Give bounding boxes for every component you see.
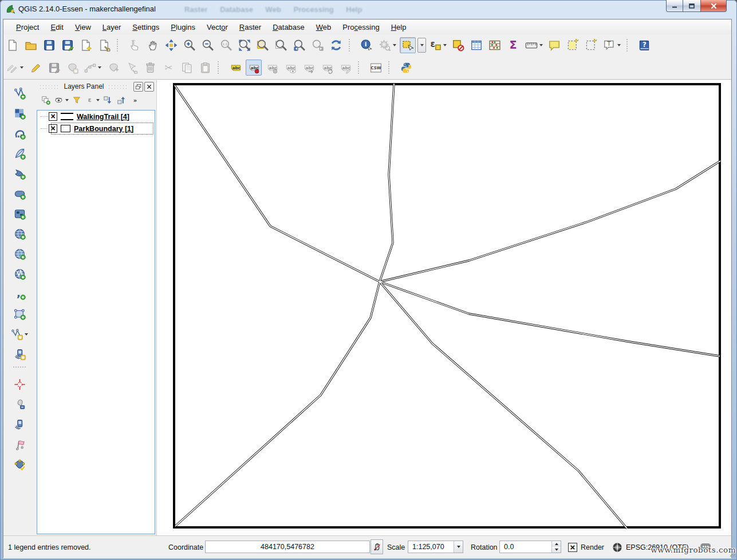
current-edits-dropdown-arrow[interactable] [20, 66, 23, 69]
zoom-out-button[interactable] [200, 37, 216, 53]
new-temporary-scratch-layer-dropdown-arrow[interactable] [25, 333, 28, 336]
map-canvas[interactable] [157, 80, 731, 535]
add-spatialite-layer-button[interactable] [11, 146, 27, 162]
menu-edit[interactable]: Edit [45, 21, 69, 33]
paste-features-button[interactable] [197, 60, 213, 76]
expand-all-button[interactable] [101, 94, 115, 107]
label-rotate-button[interactable]: abc [319, 60, 335, 76]
delete-selected-button[interactable] [142, 60, 158, 76]
zoom-in-button[interactable] [182, 37, 198, 53]
render-checkbox[interactable]: × [568, 536, 577, 558]
label-properties-button[interactable]: abc [337, 60, 353, 76]
zoom-to-selection-button[interactable] [255, 37, 271, 53]
cut-features-button[interactable]: ✂ [160, 60, 176, 76]
crs-status-button[interactable] [612, 536, 622, 558]
touch-zoom-button[interactable] [127, 37, 143, 53]
zoom-native-button[interactable]: 1:1 [218, 37, 234, 53]
menu-plugins[interactable]: Plugins [165, 21, 201, 33]
select-features-dropdown-button[interactable] [417, 38, 426, 53]
select-by-expression-button[interactable]: ε [427, 37, 448, 53]
label-show-hide-button[interactable]: abc [282, 60, 298, 76]
menu-vector[interactable]: Vector [201, 21, 234, 33]
text-annotation-button[interactable]: T [601, 37, 622, 53]
zoom-to-layer-button[interactable] [273, 37, 289, 53]
measure-button[interactable] [523, 37, 544, 53]
add-delimited-text-layer-button[interactable]: , [11, 286, 27, 302]
menu-layer[interactable]: Layer [97, 21, 127, 33]
scale-combobox[interactable]: 1:125,070 [408, 541, 463, 553]
mouse-extents-toggle-button[interactable] [371, 539, 383, 554]
save-project-button[interactable] [41, 37, 57, 53]
menu-database[interactable]: Database [267, 21, 310, 33]
current-edits-button[interactable] [5, 60, 25, 76]
new-project-button[interactable] [5, 37, 21, 53]
coordinate-capture-button[interactable] [11, 377, 27, 393]
select-features-button[interactable] [400, 37, 416, 53]
new-composer-button[interactable] [78, 37, 94, 53]
pan-to-selection-button[interactable] [163, 37, 179, 53]
copy-features-button[interactable] [179, 60, 195, 76]
collapse-all-button[interactable] [115, 94, 128, 107]
filter-expression-button[interactable]: ε [84, 94, 101, 107]
menu-settings[interactable]: Settings [127, 21, 165, 33]
menu-help[interactable]: Help [385, 21, 412, 33]
label-unpin-button[interactable]: abc [264, 60, 280, 76]
menu-project[interactable]: Project [10, 21, 45, 33]
scale-dropdown-button[interactable] [454, 541, 463, 553]
statistical-summary-button[interactable]: Σ [505, 37, 521, 53]
menu-processing[interactable]: Processing [337, 21, 385, 33]
add-feature-button[interactable] [64, 60, 80, 76]
run-feature-action-dropdown-arrow[interactable] [393, 44, 396, 46]
select-by-expression-dropdown-arrow[interactable] [443, 44, 447, 46]
layer-row-walkingtrail[interactable]: ×WalkingTrail [4] [37, 111, 155, 123]
geometry-checker-button[interactable] [11, 457, 27, 473]
new-bookmark-button[interactable] [565, 37, 581, 53]
filter-expression-dropdown-arrow[interactable] [96, 99, 100, 101]
composer-manager-button[interactable] [96, 37, 112, 53]
zoom-next-button[interactable] [310, 37, 326, 53]
deselect-all-button[interactable] [450, 37, 466, 53]
identify-features-button[interactable]: i [358, 37, 375, 53]
move-feature-button[interactable] [105, 60, 121, 76]
layer-label[interactable]: WalkingTrail [4] [77, 113, 129, 121]
show-bookmarks-button[interactable] [583, 37, 599, 53]
save-project-as-button[interactable] [60, 37, 76, 53]
panel-overflow-button[interactable]: » [128, 94, 142, 107]
new-gpx-layer-button[interactable] [11, 346, 27, 362]
label-pin-button[interactable]: abc [246, 60, 262, 76]
new-temporary-scratch-layer-button[interactable] [9, 326, 30, 342]
metasearch-csw-button[interactable]: CSW [368, 60, 384, 76]
labeling-options-button[interactable]: abc [227, 60, 243, 76]
toggle-editing-button[interactable] [27, 60, 44, 76]
rotation-spinbox[interactable]: 0.0 [499, 541, 561, 553]
rotation-spin-buttons[interactable] [551, 541, 561, 553]
measure-dropdown-arrow[interactable] [539, 44, 543, 46]
panel-float-button[interactable] [133, 82, 143, 92]
menu-raster[interactable]: Raster [234, 21, 267, 33]
zoom-last-button[interactable] [291, 37, 308, 53]
new-shapefile-layer-button[interactable] [11, 306, 27, 322]
filter-legend-button[interactable] [70, 94, 84, 107]
layer-visibility-checkbox[interactable]: × [49, 112, 57, 121]
zoom-full-button[interactable] [237, 37, 253, 53]
save-layer-edits-button[interactable] [46, 60, 62, 76]
add-group-button[interactable] [39, 94, 53, 107]
text-annotation-dropdown-arrow[interactable] [617, 44, 621, 46]
run-feature-action-button[interactable] [377, 37, 397, 53]
layers-panel-titlebar[interactable]: Layers Panel [36, 80, 156, 93]
manage-visibility-button[interactable] [53, 94, 70, 107]
refresh-map-button[interactable] [328, 37, 344, 53]
python-console-button[interactable] [398, 60, 414, 76]
pan-map-button[interactable] [145, 37, 161, 53]
add-wfs-layer-button[interactable] [11, 266, 27, 282]
layer-row-parkboundary[interactable]: ×ParkBoundary [1] [37, 123, 155, 135]
add-mssql-layer-button[interactable] [11, 166, 27, 182]
label-move-button[interactable]: abc [301, 60, 317, 76]
open-project-button[interactable] [23, 37, 39, 53]
open-attribute-table-button[interactable] [468, 37, 484, 53]
add-oracle-layer-button[interactable] [11, 186, 27, 202]
menu-web[interactable]: Web [310, 21, 337, 33]
menu-view[interactable]: View [69, 21, 97, 33]
field-calculator-button[interactable] [487, 37, 503, 53]
add-db2-layer-button[interactable] [11, 206, 27, 222]
